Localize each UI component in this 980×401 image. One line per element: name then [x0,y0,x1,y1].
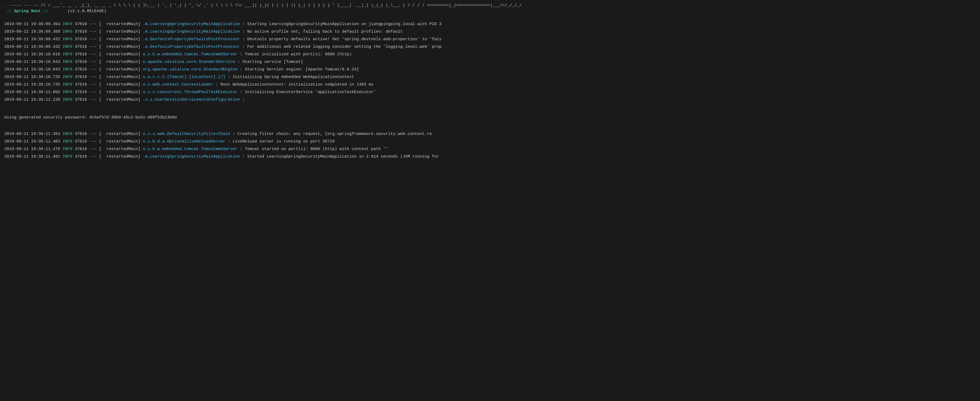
empty-line-3 [4,126,976,131]
log-pid: 37618 [75,44,87,50]
spring-boot-version: (v2.1.8.RELEASE) [51,8,106,14]
log-thread: restartedMain [102,59,138,65]
ascii-line-5: ' |____| .__|_| |_|_| |_\__, | / / / / [332,3,425,8]
log-thread: restartedMain [102,21,138,27]
log-line: 2019-09-11 19:36:11.002 INFO 37618 --- [… [4,89,976,97]
log-logger: .s.s.UserDetailsServiceAutoConfiguration [143,97,240,103]
log-dashes: --- [89,154,97,160]
log-message: : Started LearningSpringSecurityMainAppl… [242,154,439,160]
log-logger: .m.LearningSpringSecurityMainApplication [143,154,240,160]
log-pid: 37618 [75,89,87,95]
log-timestamp: 2019-09-11 19:36:11.481 [4,154,60,160]
log-thread: restartedMain [102,97,138,103]
log-line: 2019-09-11 19:36:11.481 INFO 37618 --- [… [4,154,976,161]
log-dashes: --- [89,139,97,145]
log-pid: 37618 [75,21,87,27]
log-message: : [242,97,245,103]
log-thread: restartedMain [102,82,138,88]
log-thread: restartedMain [102,89,138,95]
log-thread: restartedMain [102,29,138,35]
log-pid: 37618 [75,37,87,43]
log-timestamp: 2019-09-11 19:36:11.363 [4,131,60,137]
log-thread: restartedMain [102,139,138,145]
log-pid: 37618 [75,146,87,153]
log-level: INFO [63,74,72,80]
log-logger: org.apache.catalina.core.StandardEngine [143,67,237,73]
log-line: 2019-09-11 19:36:11.238 INFO 37618 --- [… [4,97,976,104]
log-level: INFO [63,21,72,27]
log-timestamp: 2019-09-11 19:36:09.368 [4,29,60,35]
log-dashes: --- [89,146,97,153]
ascii-line-1: . ----- --- -- [4,3,38,8]
log-message: : Tomcat initialized with port(s): 8080 … [240,51,352,58]
log-pid: 37618 [75,51,87,58]
log-pid: 37618 [75,29,87,35]
log-line: 2019-09-11 19:36:10.616 INFO 37618 --- [… [4,51,976,59]
log-dashes: --- [89,82,97,88]
log-timestamp: 2019-09-11 19:36:09.432 [4,44,60,50]
empty-line-1 [4,16,976,21]
log-line: 2019-09-11 19:36:10.643 INFO 37618 --- [… [4,67,976,74]
log-message: : Initializing ExecutorService 'applicat… [240,89,376,95]
log-pid: 37618 [75,154,87,160]
log-logger: .m.LearningSpringSecurityMainApplication [143,21,240,27]
log-logger: .e.DevToolsPropertyDefaultsPostProcessor [143,44,240,50]
log-dashes: --- [89,44,97,50]
log-timestamp: 2019-09-11 19:36:10.643 [4,67,60,73]
log-level: INFO [63,44,72,50]
log-message: : Creating filter chain: any request, [o… [232,131,432,137]
log-line: 2019-09-11 19:36:11.403 INFO 37618 --- [… [4,139,976,146]
ascii-line-3: ( ( )\___ | '_ | '_| | '_ \/ _` | \ \ \ … [133,3,232,8]
security-password: Using generated security password: dc5af… [4,115,976,121]
ascii-line-4: \\/ ___)| |_)| | | | | || (_| | ) ) ) ) [235,3,330,8]
log-timestamp: 2019-09-11 19:36:10.643 [4,59,60,65]
log-level: INFO [63,59,72,65]
ascii-line-6: =========|_|==============|___/=/_/_/_/ [427,3,522,8]
log-pid: 37618 [75,97,87,103]
log-message: : Root WebApplicationContext: initializa… [216,82,374,88]
log-dashes: --- [89,97,97,103]
log-level: INFO [63,89,72,95]
log-thread: restartedMain [102,37,138,43]
log-dashes: --- [89,59,97,65]
log-logger: o.s.b.d.a.OptionalLiveReloadServer [143,139,225,145]
log-message: : LiveReload server is running on port 3… [228,139,334,145]
log-thread: restartedMain [102,67,138,73]
log-message: : Devtools property defaults active! Set… [242,37,441,43]
terminal-window: . ----- --- -- /\ / ___'_ __ _ _(_)_ __ … [4,3,976,161]
log-line: 2019-09-11 19:36:10.735 INFO 37618 --- [… [4,82,976,89]
log-line: 2019-09-11 19:36:09.432 INFO 37618 --- [… [4,44,976,51]
empty-line-2 [4,104,976,110]
log-dashes: --- [89,131,97,137]
log-line: 2019-09-11 19:36:10.643 INFO 37618 --- [… [4,59,976,67]
log-level: INFO [63,37,72,43]
log-pid: 37618 [75,74,87,80]
log-logger: o.s.s.web.DefaultSecurityFilterChain [143,131,230,137]
log-message: : Starting LearningSpringSecurityMainApp… [242,21,441,27]
log-timestamp: 2019-09-11 19:36:09.432 [4,37,60,43]
log-level: INFO [63,51,72,58]
log-logger: o.s.s.concurrent.ThreadPoolTaskExecutor [143,89,237,95]
log-pid: 37618 [75,67,87,73]
log-line: 2019-09-11 19:36:11.363 INFO 37618 --- [… [4,131,976,139]
log-message: : For additional web related logging con… [242,44,441,50]
log-level: INFO [63,131,72,137]
log-pid: 37618 [75,139,87,145]
spring-boot-version-line: :: Spring Boot :: (v2.1.8.RELEASE) [4,8,976,16]
log-logger: o.s.b.w.embedded.tomcat.TomcatWebServer [143,51,237,58]
log-message: : Initializing Spring embedded WebApplic… [228,74,354,80]
log-level: INFO [63,97,72,103]
log-timestamp: 2019-09-11 19:36:11.476 [4,146,60,153]
log-logger: .e.DevToolsPropertyDefaultsPostProcessor [143,37,240,43]
log-message: : No active profile set, falling back to… [242,29,402,35]
log-container-secondary: 2019-09-11 19:36:11.363 INFO 37618 --- [… [4,131,976,161]
log-logger: o.s.b.w.embedded.tomcat.TomcatWebServer [143,146,237,153]
log-level: INFO [63,146,72,153]
log-message: : Starting service [Tomcat] [237,59,303,65]
log-logger: o.apache.catalina.core.StandardService [143,59,235,65]
log-timestamp: 2019-09-11 19:36:10.735 [4,82,60,88]
log-thread: restartedMain [102,154,138,160]
log-level: INFO [63,67,72,73]
log-message: : Starting Servlet engine: [Apache Tomca… [240,67,359,73]
log-timestamp: 2019-09-11 19:36:10.735 [4,74,60,80]
